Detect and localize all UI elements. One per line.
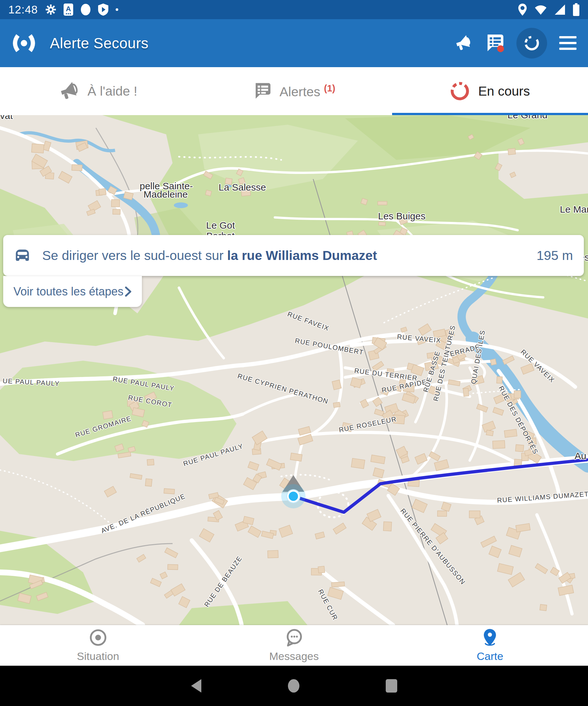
gear-icon <box>45 4 56 15</box>
tab-help[interactable]: À l'aide ! <box>0 67 196 115</box>
play-protect-icon <box>98 3 108 16</box>
nav-situation-label: Situation <box>77 650 119 663</box>
direction-distance: 195 m <box>537 248 573 263</box>
tab-ongoing[interactable]: En cours <box>392 67 588 115</box>
cell-signal-icon <box>554 4 565 15</box>
tab-bar: À l'aide ! Alertes (1) En cours <box>0 67 588 115</box>
app-bar: Alerte Secours <box>0 19 588 67</box>
battery-icon <box>573 3 580 16</box>
direction-instruction: Se diriger vers le sud-ouest sur la rue … <box>42 248 377 263</box>
map-place-label: vat <box>0 115 13 121</box>
nav-map-label: Carte <box>477 650 503 663</box>
map-place-label: Le Grand <box>507 115 547 120</box>
alerts-list-icon <box>253 82 271 101</box>
tab-alerts-label: Alertes <box>280 84 321 99</box>
all-steps-label: Voir toutes les étapes <box>13 285 123 298</box>
spinner-icon <box>523 35 540 51</box>
tab-help-label: À l'aide ! <box>88 84 137 99</box>
all-steps-button[interactable]: Voir toutes les étapes <box>3 276 142 307</box>
ongoing-spinner-button[interactable] <box>516 28 547 58</box>
map-canvas[interactable]: vatLe GrandLa Salessepelle Sainte-Madele… <box>0 115 588 625</box>
wifi-icon <box>534 4 547 15</box>
nav-messages-label: Messages <box>269 650 319 663</box>
megaphone-icon[interactable] <box>454 34 472 52</box>
nav-item-situation[interactable]: Situation <box>0 625 196 666</box>
map-place-label: La Salesse <box>219 182 266 193</box>
map-pin-icon <box>480 628 499 647</box>
map-place-label: Le Marc <box>560 204 588 214</box>
android-navigation-bar <box>0 666 588 706</box>
messages-bubble-icon <box>285 628 303 647</box>
android-recents-button[interactable] <box>385 678 398 694</box>
autofill-app-icon: A <box>64 3 73 16</box>
notification-dot-icon <box>80 3 91 16</box>
direction-card: Se diriger vers le sud-ouest sur la rue … <box>3 235 584 276</box>
direction-road-name: la rue Williams Dumazet <box>227 248 377 263</box>
active-tab-underline <box>392 113 588 115</box>
app-title: Alerte Secours <box>50 35 149 52</box>
nav-item-map[interactable]: Carte <box>392 625 588 666</box>
android-back-button[interactable] <box>190 678 203 693</box>
app-logo-icon <box>11 34 36 53</box>
tab-alerts[interactable]: Alertes (1) <box>196 67 392 115</box>
bottom-navigation: Situation Messages Carte <box>0 625 588 666</box>
chevron-right-icon <box>125 286 132 297</box>
situation-target-icon <box>89 628 108 647</box>
map-place-label: Les Buiges <box>378 211 425 221</box>
tab-ongoing-label: En cours <box>478 84 530 99</box>
more-notifications-dot <box>115 8 119 11</box>
map-place-label: Au <box>575 450 586 461</box>
status-bar: 12:48 A <box>0 0 588 19</box>
nav-item-messages[interactable]: Messages <box>196 625 392 666</box>
alerts-count-badge: (1) <box>324 83 335 93</box>
map-place-label: Le Got <box>206 220 235 231</box>
svg-text:A: A <box>66 5 71 13</box>
map-tiles: vatLe GrandLa Salessepelle Sainte-Madele… <box>0 115 588 625</box>
ongoing-spinner-icon <box>450 81 470 101</box>
map-place-label: Madeleine <box>143 189 187 199</box>
messages-badge-icon[interactable] <box>485 33 504 53</box>
car-icon <box>14 248 31 263</box>
megaphone-icon <box>59 81 79 101</box>
location-status-icon <box>518 3 527 16</box>
menu-icon[interactable] <box>559 36 577 50</box>
android-home-button[interactable] <box>286 678 301 694</box>
clock: 12:48 <box>8 3 38 16</box>
